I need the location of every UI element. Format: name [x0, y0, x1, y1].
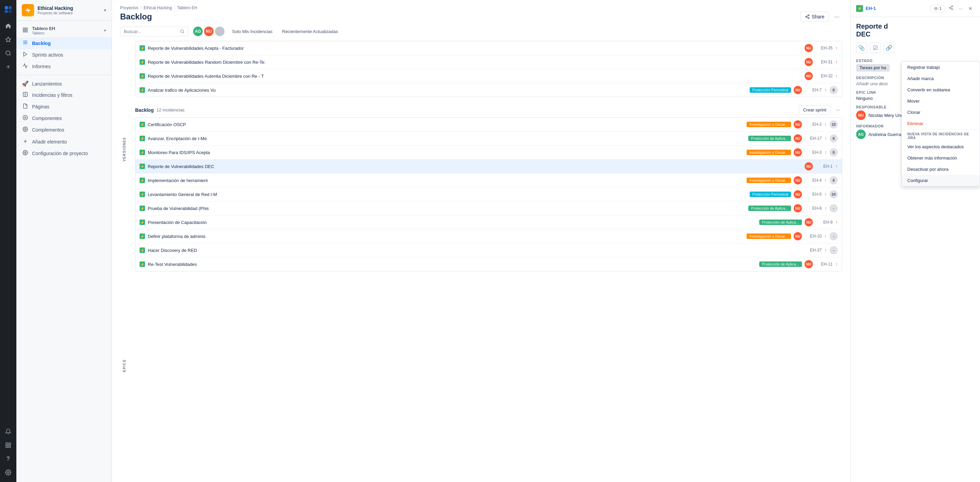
table-row[interactable]: ⚡ Reporte de Vulnerabilidades Autentia D…: [135, 69, 842, 83]
sidebar-item-informes-label: Informes: [32, 64, 51, 69]
table-row[interactable]: ⚡ Monitoreo Para IDS/IPS Acepta Investig…: [135, 146, 842, 160]
context-menu-clonar[interactable]: Clonar: [902, 107, 980, 118]
table-row[interactable]: ⚡ Presentación de Capacitación Protecció…: [135, 216, 842, 230]
assignee-avatar: NU: [794, 190, 802, 198]
sidebar-item-config[interactable]: Configuración de proyecto: [16, 147, 111, 159]
plus-icon[interactable]: +: [3, 61, 14, 72]
context-menu-ver-aspectos[interactable]: Ver los aspectos destacados: [902, 141, 980, 152]
table-row[interactable]: ⚡ Reporte de Vulnerabilidades Random Dic…: [135, 55, 842, 69]
context-menu-desactivar[interactable]: Desactivar por ahora: [902, 163, 980, 175]
issue-summary: Implementación de herramient: [148, 178, 744, 183]
grid-icon[interactable]: [3, 440, 14, 450]
table-row[interactable]: ⚡ Avanzar, Encriptación de I-Me Protecci…: [135, 132, 842, 146]
link-button[interactable]: 🔗: [883, 42, 894, 53]
context-menu-anadir-marca[interactable]: Añadir marca: [902, 73, 980, 84]
context-menu-mover[interactable]: Mover: [902, 95, 980, 107]
context-menu-eliminar[interactable]: Eliminar: [902, 118, 980, 129]
priority-icon: ↑: [835, 220, 838, 225]
context-menu-registrar[interactable]: Registrar trabajo: [902, 62, 980, 73]
lanzamientos-label: Lanzamientos: [32, 81, 62, 87]
assignee-avatar: NU: [805, 58, 813, 66]
close-panel-button[interactable]: ✕: [966, 5, 975, 13]
sidebar-item-sprints[interactable]: Sprints activos: [16, 49, 111, 61]
settings-bottom-icon[interactable]: [3, 467, 14, 478]
share-button[interactable]: Share: [800, 11, 829, 22]
svg-point-29: [805, 16, 807, 17]
sidebar-item-anadir[interactable]: + Añadir elemento: [16, 136, 111, 147]
more-options-button[interactable]: ···: [832, 12, 842, 22]
context-menu-convertir[interactable]: Convertir en subtarea: [902, 84, 980, 95]
config-label: Configuración de proyecto: [32, 151, 88, 156]
search-box: [120, 27, 188, 36]
sidebar-item-incidencias[interactable]: Incidencias y filtros: [16, 89, 111, 101]
recientemente-button[interactable]: Recientemente Actualizadas: [280, 28, 341, 35]
create-sprint-button[interactable]: Crear sprint: [799, 105, 831, 114]
issue-type-icon: ⚡: [140, 247, 145, 253]
svg-point-27: [25, 152, 26, 154]
table-row[interactable]: ⚡ Analizar trafico de Aplicaciones Vu Pr…: [135, 83, 842, 97]
informes-icon: [22, 63, 29, 70]
right-panel-header: ⚡ EH-1 1 ··· ✕: [851, 0, 980, 17]
issue-key: EH-9: [816, 220, 833, 225]
issue-summary: Reporte de Vulnerabilidades Random Dicie…: [148, 60, 802, 65]
sidebar-item-backlog[interactable]: Backlog: [16, 38, 111, 49]
share-panel-button[interactable]: [947, 4, 955, 13]
mis-incidencias-button[interactable]: Solo Mis Incidencias: [229, 28, 275, 35]
table-row[interactable]: ⚡ Definir plataforma de adminis Investig…: [135, 230, 842, 243]
issue-type-icon: ⚡: [140, 178, 145, 183]
context-menu-obtener-info[interactable]: Obtener más información: [902, 152, 980, 163]
sidebar-item-componentes[interactable]: Componentes: [16, 113, 111, 124]
issues-table: ⚡ Certificación OSCP Investigación y Des…: [135, 117, 842, 271]
tag-badge: Protección Perimetral: [750, 192, 791, 197]
issue-key: EH-4: [805, 178, 822, 183]
table-row[interactable]: ⚡ Implementación de herramient Investiga…: [135, 173, 842, 187]
svg-point-30: [808, 17, 809, 19]
attach-button[interactable]: 📎: [856, 42, 867, 53]
watch-button[interactable]: 1: [930, 5, 945, 12]
sidebar-item-paginas[interactable]: Páginas: [16, 101, 111, 113]
bell-icon[interactable]: [3, 426, 14, 437]
checklist-button[interactable]: ☑: [870, 42, 881, 53]
pre-backlog-section: ⚡ Reporte de Vulnerabilidades Acepta - F…: [135, 41, 842, 97]
avatar-nu[interactable]: NU: [204, 26, 214, 37]
issue-key: EH-1: [816, 164, 833, 169]
svg-rect-2: [5, 10, 8, 13]
context-menu-configurar[interactable]: Configurar: [902, 175, 980, 186]
avatar-unknown[interactable]: [214, 26, 225, 37]
search-input[interactable]: [124, 29, 178, 34]
sidebar-item-complementos[interactable]: Complementos: [16, 124, 111, 136]
home-icon[interactable]: [3, 21, 14, 32]
breadcrumb-proyectos[interactable]: Proyectos: [120, 5, 138, 10]
project-header[interactable]: Ethical Hacking Proyecto de software ▾: [16, 0, 111, 21]
estado-badge[interactable]: Tareas por ha: [856, 64, 889, 71]
main-content: Proyectos / Ethical Hacking / Tablero EH…: [112, 0, 850, 482]
anadir-icon: +: [22, 138, 29, 145]
table-row[interactable]: ⚡ Reporte de Vulnerabilidades Acepta - F…: [135, 41, 842, 55]
table-row[interactable]: ⚡ Certificación OSCP Investigación y Des…: [135, 117, 842, 132]
table-row[interactable]: ⚡ Reporte de Vulnerabilidades DEC NU EH-…: [135, 160, 842, 173]
backlog-more-button[interactable]: ···: [834, 106, 842, 114]
help-icon[interactable]: ?: [3, 453, 14, 464]
table-row[interactable]: ⚡ Levantamiento General de Red I-M Prote…: [135, 187, 842, 201]
svg-line-34: [183, 32, 184, 33]
panel-more-button[interactable]: ···: [957, 5, 965, 13]
search-icon[interactable]: [3, 48, 14, 59]
complementos-label: Complementos: [32, 127, 64, 133]
issue-key: EH-11: [816, 262, 833, 266]
sidebar-item-informes[interactable]: Informes: [16, 61, 111, 72]
page-actions: Share ···: [800, 11, 842, 22]
table-row[interactable]: ⚡ Re-Test Vulnerabilidades Protección de…: [135, 257, 842, 271]
story-points: -: [829, 204, 838, 212]
app-logo[interactable]: [3, 4, 14, 15]
breadcrumb-tablero[interactable]: Tablero EH: [177, 5, 197, 10]
avatar-ag[interactable]: AG: [192, 26, 204, 37]
breadcrumb-ethical-hacking[interactable]: Ethical Hacking: [144, 5, 172, 10]
star-icon[interactable]: [3, 34, 14, 45]
sidebar-item-lanzamientos[interactable]: 🚀 Lanzamientos: [16, 78, 111, 89]
table-row[interactable]: ⚡ Hacer Discovery de RED EH-37 ↑ -: [135, 243, 842, 257]
issue-summary: Re-Test Vulnerabilidades: [148, 262, 757, 267]
sidebar-item-tablero[interactable]: Tablero EH Tablero ▾: [16, 24, 111, 38]
table-row[interactable]: ⚡ Prueba de Vulnerabilidad (Phis Protecc…: [135, 201, 842, 216]
tag-badge: Protección de Aplica...: [759, 262, 802, 267]
issue-key: EH-31: [816, 60, 833, 64]
